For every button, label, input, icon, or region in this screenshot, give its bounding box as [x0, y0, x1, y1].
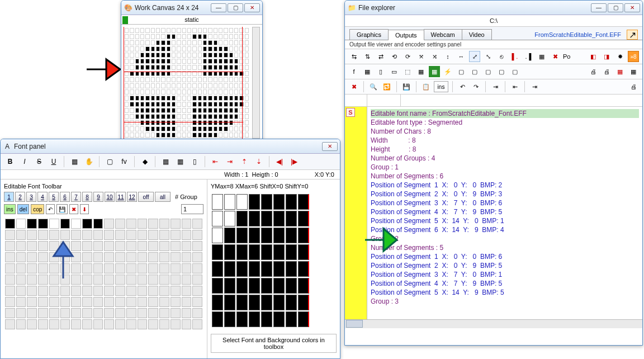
- sync-icon[interactable]: S: [346, 108, 355, 117]
- tool-icon[interactable]: ▢: [482, 66, 494, 77]
- tool-icon[interactable]: ▢: [469, 66, 480, 77]
- sel1-button[interactable]: ▦: [159, 155, 172, 168]
- char-slot-5[interactable]: 5: [49, 192, 59, 202]
- arrow-up-button[interactable]: ⇡: [238, 155, 250, 168]
- align-icon[interactable]: ⇥: [529, 81, 540, 92]
- tool-icon[interactable]: ↔: [456, 51, 467, 62]
- maximize-button[interactable]: ▢: [228, 3, 243, 12]
- char-slot-11[interactable]: 11: [116, 192, 126, 202]
- cop-button[interactable]: cop: [31, 204, 44, 214]
- tool-icon[interactable]: ⟲: [389, 51, 400, 62]
- tool-icon[interactable]: ▢: [456, 66, 467, 77]
- close-button[interactable]: ✕: [624, 3, 640, 12]
- minimize-button[interactable]: —: [211, 3, 226, 12]
- print-icon[interactable]: 🖨: [601, 66, 612, 77]
- search-icon[interactable]: 🔍: [368, 81, 379, 92]
- file-explorer-titlebar[interactable]: 📁 File explorer — ▢ ✕: [345, 1, 642, 15]
- tool-icon[interactable]: .▐: [523, 51, 534, 62]
- strike-button[interactable]: S: [33, 155, 45, 168]
- fv-button[interactable]: fv: [118, 155, 130, 168]
- close-button[interactable]: ✕: [244, 3, 260, 12]
- maximize-button[interactable]: ▢: [608, 3, 623, 12]
- tool-icon[interactable]: ▢: [509, 66, 520, 77]
- tool-icon[interactable]: ⬚: [402, 66, 413, 77]
- group-spinner[interactable]: [181, 204, 203, 214]
- indent-icon[interactable]: ⇥: [490, 81, 501, 92]
- tool-icon[interactable]: f: [348, 66, 359, 77]
- tool-icon[interactable]: ⤧: [415, 51, 427, 62]
- char-preview-grid[interactable]: [4, 218, 203, 330]
- char-slot-3[interactable]: 3: [26, 192, 36, 202]
- tool-icon[interactable]: ▭: [389, 66, 400, 77]
- char-slot-10[interactable]: 10: [105, 192, 115, 202]
- close-button[interactable]: ✕: [322, 142, 338, 151]
- char-slot-12[interactable]: 12: [127, 192, 137, 202]
- tool-icon[interactable]: ⤨: [429, 51, 440, 62]
- grid-button[interactable]: ▦: [68, 155, 80, 168]
- del-button[interactable]: del: [17, 204, 29, 214]
- print-icon[interactable]: 🖨: [588, 66, 599, 77]
- glyph-grid[interactable]: [211, 193, 310, 328]
- char-slot-7[interactable]: 7: [71, 192, 81, 202]
- ins-button[interactable]: ins: [4, 204, 16, 214]
- tool-icon[interactable]: ▦: [415, 66, 427, 77]
- flip-v-button[interactable]: |▶: [288, 155, 300, 168]
- tool-icon[interactable]: ✸: [614, 51, 626, 62]
- save-icon[interactable]: 💾: [401, 81, 412, 92]
- ins-button[interactable]: ins: [434, 81, 448, 92]
- pixel-canvas[interactable]: [124, 27, 250, 151]
- horizontal-scrollbar[interactable]: [345, 319, 642, 328]
- replace-icon[interactable]: 🔁: [381, 81, 392, 92]
- italic-button[interactable]: I: [18, 155, 31, 168]
- print-icon[interactable]: 🖨: [628, 81, 639, 92]
- tool-icon[interactable]: ⇅: [362, 51, 373, 62]
- tool-icon[interactable]: ⤡: [482, 51, 494, 62]
- tool-icon[interactable]: ▦: [429, 66, 440, 77]
- tool-icon[interactable]: ▦: [362, 66, 373, 77]
- save-button[interactable]: 💾: [56, 204, 68, 214]
- char-slot-2[interactable]: 2: [15, 192, 25, 202]
- arrow-left-button[interactable]: ⇤: [209, 155, 221, 168]
- popout-button[interactable]: ↗: [627, 30, 638, 40]
- tool-icon[interactable]: ⚡: [442, 66, 453, 77]
- tab-webcam[interactable]: Webcam: [424, 29, 462, 40]
- minimize-button[interactable]: —: [591, 3, 607, 12]
- font-panel-titlebar[interactable]: A Font panel ✕: [1, 139, 340, 154]
- align-icon[interactable]: ⇤: [509, 81, 520, 92]
- all-button[interactable]: all: [155, 192, 171, 202]
- off-button[interactable]: off: [138, 192, 154, 202]
- shape-button[interactable]: ▢: [103, 155, 116, 168]
- sel3-button[interactable]: ▯: [188, 155, 201, 168]
- redo-icon[interactable]: ↷: [470, 81, 481, 92]
- hand-button[interactable]: ✋: [83, 155, 95, 168]
- tool-icon[interactable]: ⇄: [375, 51, 386, 62]
- code-output[interactable]: Editable font name : FromScratchEditable…: [367, 107, 642, 319]
- paste-icon[interactable]: 📋: [420, 81, 432, 92]
- char-slot-6[interactable]: 6: [60, 192, 70, 202]
- char-slot-4[interactable]: 4: [37, 192, 48, 202]
- undo-button[interactable]: ↶: [46, 204, 55, 214]
- sel2-button[interactable]: ▦: [174, 155, 186, 168]
- tool-icon[interactable]: ⟳: [402, 51, 413, 62]
- tool-icon[interactable]: ⎋: [496, 51, 507, 62]
- bold-button[interactable]: B: [4, 155, 16, 168]
- underline-button[interactable]: U: [48, 155, 60, 168]
- arrow-down-button[interactable]: ⇣: [253, 155, 265, 168]
- tool-icon[interactable]: ▦: [628, 66, 639, 77]
- flip-h-button[interactable]: ◀|: [273, 155, 286, 168]
- tool-icon[interactable]: ⇆: [348, 51, 359, 62]
- tag-button[interactable]: ◆: [139, 155, 151, 168]
- tab-outputs[interactable]: Outputs: [388, 30, 424, 40]
- tab-graphics[interactable]: Graphics: [349, 29, 389, 40]
- tool-icon[interactable]: ◧: [588, 51, 599, 62]
- tool-icon[interactable]: ⤢: [469, 51, 480, 62]
- tool-icon[interactable]: ◨: [601, 51, 612, 62]
- work-canvas-titlebar[interactable]: 🎨 Work Canvas 24 x 24 — ▢ ✕: [121, 1, 262, 15]
- tool-icon[interactable]: ▢: [496, 66, 507, 77]
- char-slot-8[interactable]: 8: [82, 192, 92, 202]
- marker-button[interactable]: ⬇: [80, 204, 89, 214]
- arrow-right-button[interactable]: ⇥: [224, 155, 236, 168]
- undo-icon[interactable]: ↶: [457, 81, 468, 92]
- tab-video[interactable]: Video: [462, 29, 492, 40]
- file-link[interactable]: FromScratchEditable_Font.EFF: [531, 30, 624, 40]
